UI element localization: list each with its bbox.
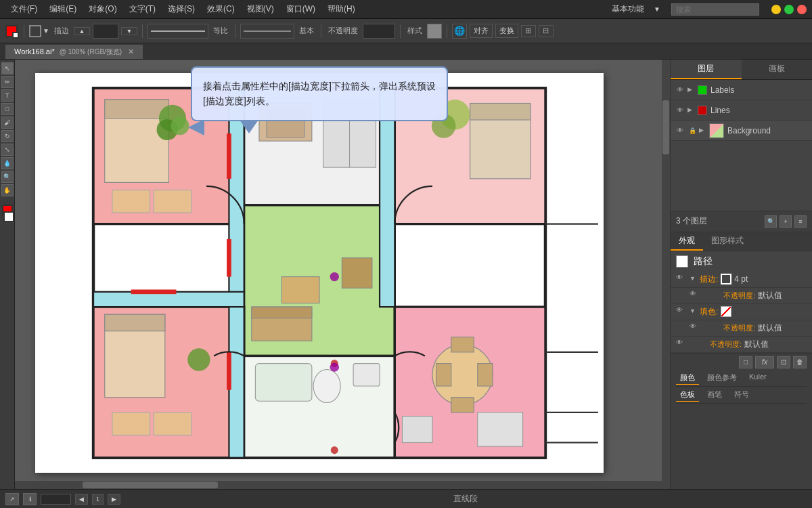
pen-tool[interactable]: ✏ [1,76,14,88]
menu-window[interactable]: 窗口(W) [281,2,321,16]
canvas-area[interactable]: 接着点击属性栏中的[描边宽度]下拉箭头，弹出系统预设[描边宽度]列表。 [15,60,670,489]
tab-close-button[interactable]: ✕ [128,47,134,56]
tab-canvas[interactable]: 画板 [742,60,813,79]
stroke-color-indicator[interactable] [4,24,19,39]
ap-opacity2-eye[interactable]: 👁 [690,322,700,333]
menu-help[interactable]: 帮助(H) [322,2,361,16]
selection-tool[interactable]: ↖ [1,62,14,75]
status-text: 直线段 [125,493,807,505]
tab-zoom: @ 100% (RGB/预览) [60,48,122,56]
v-scroll-thumb[interactable] [662,100,669,154]
svg-rect-33 [353,364,380,386]
tab-layers[interactable]: 图层 [671,60,742,79]
ap-opacity2-row: 👁 不透明度: 默认值 [671,320,812,337]
extra-icon1[interactable]: ⊞ [521,25,536,37]
svg-rect-18 [470,104,531,120]
layer-row-background[interactable]: 👁 🔒 ▶ Background [671,121,812,141]
stroke-width-up[interactable]: ▲ [74,27,90,35]
layer-row-labels[interactable]: 👁 ▶ Labels [671,80,812,100]
zoom-input[interactable]: 100% [41,494,71,505]
next-page-button[interactable]: ▶ [108,494,120,505]
scale-tool[interactable]: ⤡ [1,144,14,156]
ap-stroke-eye[interactable]: 👁 [676,274,687,284]
copy-prop-icon[interactable]: ⊡ [777,356,790,368]
close-button[interactable] [797,5,807,14]
add-layer-icon[interactable]: + [780,215,792,228]
search-input[interactable] [671,3,759,16]
menu-object[interactable]: 对象(O) [83,2,122,16]
toolbar: ▼ 描边 ▲ 4 pt ▼ 等比 基本 不透明度 100% 样式 🌐 对齐 变换… [0,19,812,43]
extra-icon2[interactable]: ⊟ [539,25,554,37]
document-tab[interactable]: Work168.ai* @ 100% (RGB/预览) ✕ [5,45,143,59]
layer-expand-labels[interactable]: ▶ [687,86,696,94]
layer-row-lines[interactable]: 👁 ▶ Lines [671,100,812,121]
ap-fill-eye[interactable]: 👁 [676,306,687,317]
ap-stroke-expand[interactable]: ▼ [690,275,698,283]
stroke-width-input[interactable]: 4 pt [93,24,118,39]
right-panel-tabs: 图层 画板 [671,60,812,80]
layer-expand-lines[interactable]: ▶ [687,106,696,114]
maximize-button[interactable] [784,5,794,14]
transform-button[interactable]: 变换 [495,24,518,38]
info-button[interactable]: ℹ [23,493,37,505]
svg-point-55 [330,272,339,281]
hand-tool[interactable]: ✋ [1,184,14,196]
vertical-scrollbar[interactable] [662,60,670,489]
tab-appearance[interactable]: 外观 [671,232,703,251]
ap-path-row: 路径 [671,251,812,272]
opacity-input[interactable]: 100% [363,24,395,39]
stroke-width-down[interactable]: ▼ [121,27,137,35]
layer-expand-background[interactable]: ▶ [699,127,707,135]
menu-effect[interactable]: 效果(C) [202,2,240,16]
ap-opacity3-eye[interactable]: 👁 [676,339,687,350]
tab-symbols[interactable]: 符号 [730,388,753,402]
delete-prop-icon[interactable]: 🗑 [793,356,807,368]
tab-color[interactable]: 颜色 [676,371,699,385]
menu-file[interactable]: 文件(F) [5,2,43,16]
workspace-dropdown-icon[interactable]: ▼ [654,5,660,13]
search-layers-icon[interactable]: 🔍 [765,215,777,228]
menu-text[interactable]: 文字(T) [124,2,161,16]
add-prop-icon[interactable]: □ [739,356,752,368]
eyedropper-tool[interactable]: 💧 [1,157,14,169]
shape-selector[interactable]: ▼ [29,25,49,37]
horizontal-scrollbar[interactable] [15,481,662,489]
rotate-tool[interactable]: ↻ [1,130,14,142]
layer-options-icon[interactable]: ≡ [794,215,807,228]
tab-kuler[interactable]: Kuler [745,371,771,385]
h-scroll-thumb[interactable] [83,482,218,488]
sep1 [24,24,24,38]
ap-stroke-color-box[interactable] [721,274,731,284]
tab-graphic-styles[interactable]: 图形样式 [703,232,752,251]
align-button[interactable]: 对齐 [470,24,493,38]
layer-lock-background[interactable]: 🔒 [687,126,697,135]
svg-rect-21 [252,307,312,318]
stroke-color-swatch[interactable] [3,211,14,222]
export-button[interactable]: ↗ [5,493,19,505]
layer-visibility-lines[interactable]: 👁 [675,105,685,116]
tab-color-ref[interactable]: 颜色参考 [703,371,741,385]
tab-brushes[interactable]: 画笔 [703,388,726,402]
style-box[interactable] [427,24,442,39]
minimize-button[interactable] [771,5,781,14]
ap-opacity1-eye[interactable]: 👁 [690,290,700,301]
layer-visibility-background[interactable]: 👁 [675,125,685,136]
stroke-base-preview[interactable] [240,24,294,39]
ap-fill-expand[interactable]: ▼ [690,308,698,316]
fx-icon[interactable]: fx [755,356,774,368]
ap-checkbox[interactable] [676,255,688,268]
title-bar: 文件(F) 编辑(E) 对象(O) 文字(T) 选择(S) 效果(C) 视图(V… [0,0,812,19]
menu-edit[interactable]: 编辑(E) [44,2,82,16]
stroke-style-preview[interactable] [148,24,208,39]
menu-view[interactable]: 视图(V) [242,2,279,16]
layer-visibility-labels[interactable]: 👁 [675,85,685,96]
text-tool[interactable]: T [1,89,14,102]
link-icon[interactable]: 🌐 [452,24,467,39]
prev-page-button[interactable]: ◀ [75,494,88,505]
menu-select[interactable]: 选择(S) [162,2,200,16]
ap-fill-slash-icon[interactable] [721,306,731,317]
shape-tool[interactable]: □ [1,103,14,115]
zoom-tool[interactable]: 🔍 [1,171,14,183]
brush-tool[interactable]: 🖌 [1,117,14,129]
tab-swatches[interactable]: 色板 [676,388,699,402]
